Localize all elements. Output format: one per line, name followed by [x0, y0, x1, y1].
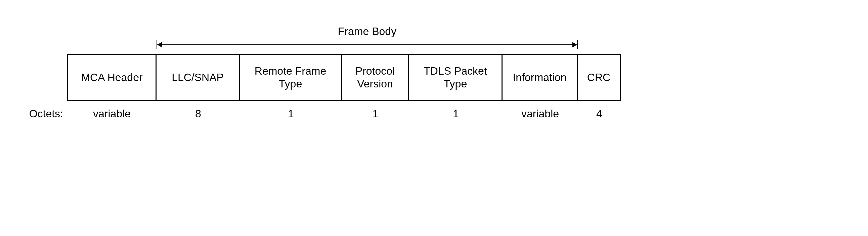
octet-value: 4: [578, 108, 621, 120]
field-label: LLC/SNAP: [172, 71, 224, 84]
bracket-line: [157, 40, 578, 49]
octet-value: variable: [502, 108, 578, 120]
frame-body-bracket-row: Frame Body: [27, 20, 578, 54]
frame-body-label: Frame Body: [338, 25, 396, 38]
field-label: Information: [513, 71, 566, 84]
field-cell: Remote Frame Type: [240, 54, 342, 101]
field-cell: CRC: [578, 54, 621, 101]
field-label: CRC: [587, 71, 610, 84]
field-cell: LLC/SNAP: [157, 54, 240, 101]
field-label: TDLS Packet Type: [424, 64, 487, 90]
octet-value: 1: [409, 108, 502, 120]
octets-label: Octets:: [27, 108, 67, 120]
field-cell: Protocol Version: [342, 54, 409, 101]
octets-row: Octets:variable8111variable4: [27, 108, 621, 120]
octet-value: 1: [240, 108, 342, 120]
octet-value: 8: [157, 108, 240, 120]
octet-value: variable: [67, 108, 157, 120]
field-cell: MCA Header: [67, 54, 157, 101]
field-label: MCA Header: [81, 71, 143, 84]
octet-value: 1: [342, 108, 409, 120]
field-cell: TDLS Packet Type: [409, 54, 502, 101]
field-cell: Information: [502, 54, 578, 101]
field-label: Protocol Version: [355, 64, 395, 90]
fields-row: MCA HeaderLLC/SNAPRemote Frame TypeProto…: [67, 54, 621, 101]
field-label: Remote Frame Type: [255, 64, 326, 90]
frame-body-bracket: Frame Body: [157, 25, 578, 49]
